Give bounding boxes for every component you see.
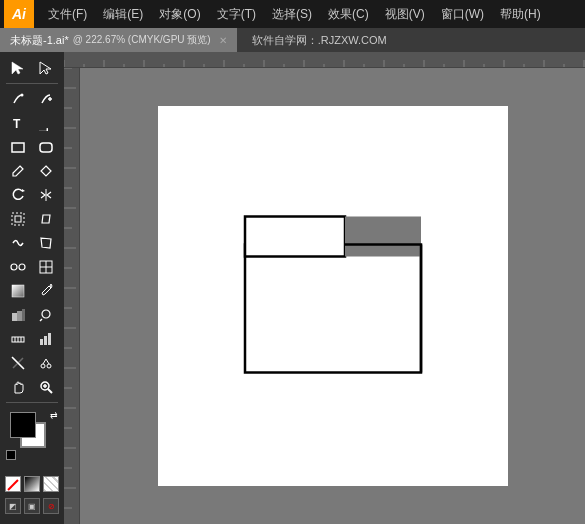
svg-rect-17 (17, 311, 22, 321)
scale-tool[interactable] (4, 207, 32, 231)
tab-close-button[interactable]: ✕ (219, 35, 227, 46)
svg-rect-26 (48, 333, 51, 345)
menu-window[interactable]: 窗口(W) (433, 4, 492, 25)
tool-row-livepaint (0, 303, 64, 327)
separator-1 (6, 83, 58, 84)
rectangle-tool[interactable] (4, 135, 32, 159)
svg-rect-8 (15, 216, 21, 222)
fill-stroke-control[interactable]: ⇄ (10, 412, 54, 456)
selection-tool[interactable] (4, 56, 32, 80)
title-bar: Ai 文件(F) 编辑(E) 对象(O) 文字(T) 选择(S) 效果(C) 视… (0, 0, 585, 28)
measure-tool[interactable] (4, 327, 32, 351)
svg-rect-83 (245, 245, 421, 373)
tool-row-rotate (0, 183, 64, 207)
artboard (158, 106, 508, 486)
svg-rect-6 (40, 143, 52, 152)
tool-row-type: T T (0, 111, 64, 135)
tool-row-measure (0, 327, 64, 351)
chart-tool[interactable] (32, 327, 60, 351)
toolbar: T T (0, 52, 64, 524)
svg-rect-18 (22, 309, 25, 321)
eyedropper-tool[interactable] (32, 279, 60, 303)
zoom-tool[interactable] (32, 375, 60, 399)
color-mode-button[interactable]: ◩ (5, 498, 21, 514)
slice-tool[interactable] (4, 351, 32, 375)
menu-bar: 文件(F) 编辑(E) 对象(O) 文字(T) 选择(S) 效果(C) 视图(V… (36, 0, 581, 28)
tool-row-selection (0, 56, 64, 80)
menu-edit[interactable]: 编辑(E) (95, 4, 151, 25)
gradient-tool[interactable] (4, 279, 32, 303)
menu-text[interactable]: 文字(T) (209, 4, 264, 25)
shear-tool[interactable] (32, 207, 60, 231)
main-area: T T (0, 52, 585, 524)
menu-effect[interactable]: 效果(C) (320, 4, 377, 25)
ruler-top (64, 52, 585, 68)
rounded-rect-tool[interactable] (32, 135, 60, 159)
tab-website: 软件自学网：.RJZXW.COM (242, 28, 397, 52)
pencil-tool[interactable] (4, 159, 32, 183)
reflect-tool[interactable] (32, 183, 60, 207)
tool-row-pencil (0, 159, 64, 183)
mesh-tool[interactable] (32, 255, 60, 279)
svg-rect-25 (44, 336, 47, 345)
type-tool[interactable]: T (4, 111, 32, 135)
extra-swatches (5, 476, 59, 492)
shape-container (243, 215, 423, 378)
tool-row-scale (0, 207, 64, 231)
svg-point-0 (21, 94, 24, 97)
menu-object[interactable]: 对象(O) (151, 4, 208, 25)
live-paint-select-tool[interactable] (32, 303, 60, 327)
svg-text:T: T (38, 128, 50, 131)
svg-point-27 (41, 364, 45, 368)
gradient-color[interactable] (24, 476, 40, 492)
menu-select[interactable]: 选择(S) (264, 4, 320, 25)
tab-active-document[interactable]: 未标题-1.ai* @ 222.67% (CMYK/GPU 预览) ✕ (0, 28, 238, 52)
hand-tool[interactable] (4, 375, 32, 399)
direct-select-tool[interactable] (32, 56, 60, 80)
menu-view[interactable]: 视图(V) (377, 4, 433, 25)
gradient-mode-button[interactable]: ▣ (24, 498, 40, 514)
tool-row-blend (0, 255, 64, 279)
scissors-tool[interactable] (32, 351, 60, 375)
svg-rect-5 (12, 143, 24, 152)
svg-rect-85 (345, 217, 421, 257)
svg-rect-24 (40, 339, 43, 345)
svg-point-28 (47, 364, 51, 368)
eraser-tool[interactable] (32, 159, 60, 183)
free-distort-tool[interactable] (32, 231, 60, 255)
tab-bar: 未标题-1.ai* @ 222.67% (CMYK/GPU 预览) ✕ 软件自学… (0, 28, 585, 52)
reset-colors-icon[interactable] (6, 450, 16, 460)
color-section: ⇄ ◩ ▣ ⊘ (1, 406, 63, 520)
separator-2 (6, 402, 58, 403)
none-color[interactable] (5, 476, 21, 492)
tool-row-slice (0, 351, 64, 375)
svg-text:T: T (13, 117, 21, 131)
tool-row-shapes (0, 135, 64, 159)
tool-row-pen (0, 87, 64, 111)
canvas-area (64, 52, 585, 524)
blend-tool[interactable] (4, 255, 32, 279)
none-mode-button[interactable]: ⊘ (43, 498, 59, 514)
bottom-icons: ◩ ▣ ⊘ (5, 498, 59, 514)
svg-point-11 (19, 264, 25, 270)
svg-rect-16 (12, 313, 17, 321)
vertical-type-tool[interactable]: T (32, 111, 60, 135)
tool-row-warp (0, 231, 64, 255)
ai-logo: Ai (4, 0, 34, 28)
tool-row-gradient (0, 279, 64, 303)
live-paint-tool[interactable] (4, 303, 32, 327)
svg-line-30 (48, 389, 52, 393)
svg-rect-84 (245, 217, 345, 257)
svg-point-10 (11, 264, 17, 270)
pattern-color[interactable] (43, 476, 59, 492)
warp-tool[interactable] (4, 231, 32, 255)
menu-file[interactable]: 文件(F) (40, 4, 95, 25)
add-anchor-tool[interactable] (32, 87, 60, 111)
fill-color[interactable] (10, 412, 36, 438)
tab-label: 未标题-1.ai* (10, 33, 69, 48)
menu-help[interactable]: 帮助(H) (492, 4, 549, 25)
swap-colors-icon[interactable]: ⇄ (50, 410, 58, 420)
pen-tool[interactable] (4, 87, 32, 111)
rotate-tool[interactable] (4, 183, 32, 207)
svg-rect-9 (12, 213, 24, 225)
